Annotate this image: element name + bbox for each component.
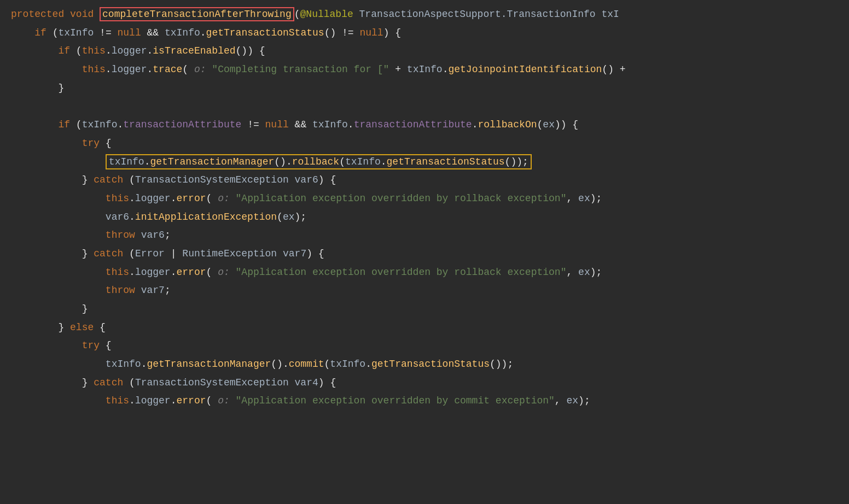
code-line-16: throw var7; [0, 282, 849, 300]
code-line-12: var6.initApplicationException(ex); [0, 208, 849, 227]
code-line-1: protected void completeTransactionAfterT… [0, 5, 849, 24]
code-line-9: txInfo.getTransactionManager().rollback(… [0, 153, 849, 172]
code-line-21: } catch (TransactionSystemException var4… [0, 374, 849, 392]
code-line-11: this.logger.error( o: "Application excep… [0, 190, 849, 208]
code-line-10: } catch (TransactionSystemException var6… [0, 171, 849, 190]
code-line-8: try { [0, 134, 849, 153]
code-line-15: this.logger.error( o: "Application excep… [0, 263, 849, 282]
code-line-14: } catch (Error | RuntimeException var7) … [0, 245, 849, 263]
code-line-17: } [0, 300, 849, 319]
code-line-18: } else { [0, 319, 849, 337]
code-line-13: throw var6; [0, 226, 849, 245]
code-line-7: if (txInfo.transactionAttribute != null … [0, 116, 849, 134]
code-editor: protected void completeTransactionAfterT… [0, 0, 849, 504]
code-line-2: if (txInfo != null && txInfo.getTransact… [0, 24, 849, 43]
code-line-6 [0, 97, 849, 116]
code-line-5: } [0, 79, 849, 98]
code-line-22: this.logger.error( o: "Application excep… [0, 392, 849, 411]
code-line-3: if (this.logger.isTraceEnabled()) { [0, 42, 849, 61]
code-line-4: this.logger.trace( o: "Completing transa… [0, 61, 849, 79]
code-line-20: txInfo.getTransactionManager().commit(tx… [0, 355, 849, 374]
code-line-19: try { [0, 337, 849, 355]
